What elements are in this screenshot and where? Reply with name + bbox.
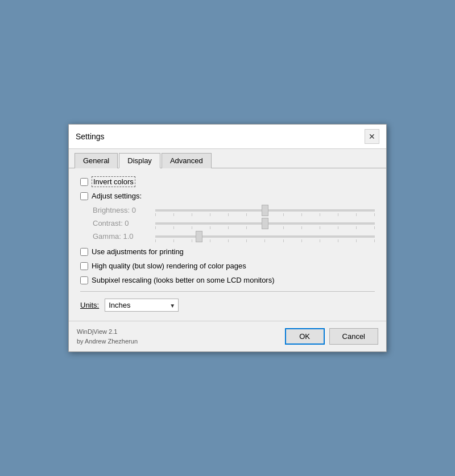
- subpixel-label[interactable]: Subpixel rescaling (looks better on some…: [92, 276, 275, 284]
- subpixel-checkbox[interactable]: [80, 276, 88, 284]
- contrast-slider[interactable]: [155, 222, 375, 225]
- tab-display[interactable]: Display: [119, 153, 160, 168]
- title-bar: Settings ✕: [69, 125, 386, 149]
- use-adjustments-label[interactable]: Use adjustments for printing: [92, 247, 184, 256]
- contrast-row: Contrast: 0: [93, 219, 375, 227]
- dialog-footer: WinDjView 2.1 by Andrew Zhezherun OK Can…: [69, 321, 386, 351]
- sliders-section: Brightness: 0: [93, 206, 375, 241]
- adjust-settings-row: Adjust settings:: [80, 192, 375, 200]
- footer-info: WinDjView 2.1 by Andrew Zhezherun: [77, 327, 138, 346]
- app-author: by Andrew Zhezherun: [77, 337, 138, 346]
- tab-content-display: Invert colors Adjust settings: Brightnes…: [69, 168, 386, 321]
- contrast-thumb[interactable]: [262, 218, 268, 229]
- invert-colors-label[interactable]: Invert colors: [92, 177, 135, 186]
- divider: [80, 291, 375, 292]
- app-name: WinDjView 2.1: [77, 327, 138, 337]
- tab-bar: General Display Advanced: [69, 149, 386, 168]
- high-quality-checkbox[interactable]: [80, 262, 88, 270]
- gamma-thumb[interactable]: [196, 231, 202, 242]
- high-quality-row: High quality (but slow) rendering of col…: [80, 262, 375, 270]
- use-adjustments-row: Use adjustments for printing: [80, 247, 375, 256]
- units-select[interactable]: Inches Centimeters Millimeters Points Pi…: [105, 299, 179, 312]
- use-adjustments-checkbox[interactable]: [80, 248, 88, 256]
- footer-buttons: OK Cancel: [285, 328, 378, 345]
- brightness-row: Brightness: 0: [93, 206, 375, 214]
- units-select-wrapper: Inches Centimeters Millimeters Points Pi…: [105, 299, 179, 312]
- cancel-button[interactable]: Cancel: [329, 328, 378, 345]
- gamma-slider[interactable]: [155, 235, 375, 238]
- brightness-label: Brightness: 0: [93, 206, 150, 214]
- ok-button[interactable]: OK: [285, 328, 325, 345]
- adjust-settings-checkbox[interactable]: [80, 192, 88, 200]
- invert-colors-row: Invert colors: [80, 177, 375, 186]
- high-quality-label[interactable]: High quality (but slow) rendering of col…: [92, 262, 246, 270]
- gamma-label: Gamma: 1.0: [93, 232, 150, 241]
- contrast-label: Contrast: 0: [93, 219, 150, 227]
- adjust-settings-label[interactable]: Adjust settings:: [92, 192, 142, 200]
- units-row: Units: Inches Centimeters Millimeters Po…: [80, 299, 375, 312]
- gamma-row: Gamma: 1.0: [93, 232, 375, 241]
- invert-colors-checkbox[interactable]: [80, 178, 88, 186]
- tab-advanced[interactable]: Advanced: [162, 153, 212, 168]
- subpixel-row: Subpixel rescaling (looks better on some…: [80, 276, 375, 284]
- brightness-slider[interactable]: [155, 209, 375, 212]
- dialog-title: Settings: [76, 132, 105, 141]
- close-button[interactable]: ✕: [365, 129, 379, 144]
- units-label: Units:: [80, 301, 99, 309]
- tab-general[interactable]: General: [75, 153, 118, 168]
- settings-dialog: Settings ✕ General Display Advanced Inve…: [68, 124, 387, 352]
- brightness-thumb[interactable]: [262, 205, 268, 216]
